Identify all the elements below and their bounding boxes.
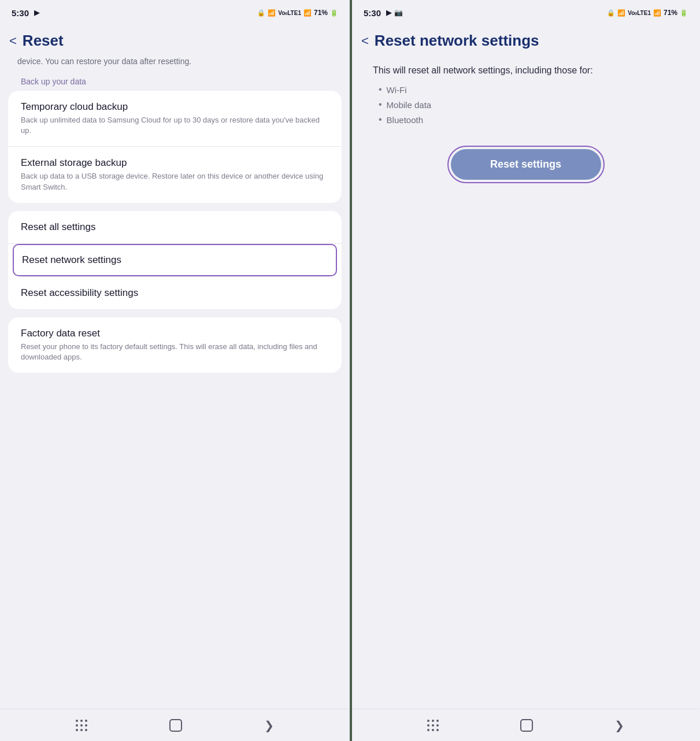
factory-data-reset-title: Factory data reset [21, 328, 329, 339]
right-content: This will reset all network settings, in… [352, 55, 699, 709]
wifi-label: Wi-Fi [387, 85, 407, 95]
right-status-bar: 5:30 ▶ 📷 🔒 📶 Vo₀LTE1 📶 71% 🔋 [352, 0, 699, 23]
right-bottom-nav: ❮ [352, 709, 699, 741]
reset-accessibility-settings-item[interactable]: Reset accessibility settings [8, 277, 342, 309]
reset-all-settings-item[interactable]: Reset all settings [8, 211, 342, 244]
external-storage-backup-desc: Back up data to a USB storage device. Re… [21, 171, 329, 192]
reset-btn-wrapper: Reset settings [360, 134, 691, 195]
right-panel: 5:30 ▶ 📷 🔒 📶 Vo₀LTE1 📶 71% 🔋 < Reset net… [350, 0, 699, 741]
backup-card: Temporary cloud backup Back up unlimited… [8, 91, 342, 203]
bluetooth-item: Bluetooth [379, 114, 679, 125]
left-panel: 5:30 ▶ 🔒 📶 Vo₀LTE1 📶 71% 🔋 < Reset devic… [0, 0, 350, 741]
right-location-icon: ▶ [386, 9, 391, 17]
external-storage-backup-title: External storage backup [21, 157, 329, 169]
left-nav-recents-icon[interactable] [76, 720, 87, 731]
right-signal-icon: Vo₀LTE1 [628, 10, 651, 16]
left-nav-back-icon[interactable]: ❮ [264, 718, 274, 732]
network-items-list: Wi-Fi Mobile data Bluetooth [373, 81, 679, 125]
left-nav-home-icon[interactable] [169, 719, 182, 732]
lock-icon: 🔒 [257, 9, 265, 17]
reset-all-settings-label: Reset all settings [21, 221, 329, 233]
left-page-title: Reset [23, 32, 64, 50]
left-status-time: 5:30 ▶ [12, 8, 39, 18]
mobile-data-label: Mobile data [387, 100, 432, 110]
factory-data-reset-item[interactable]: Factory data reset Reset your phone to i… [8, 317, 342, 373]
location-icon: ▶ [34, 9, 39, 17]
reset-btn-outer: Reset settings [447, 146, 605, 183]
right-status-icons: 🔒 📶 Vo₀LTE1 📶 71% 🔋 [607, 9, 688, 17]
left-content: device. You can restore your data after … [0, 55, 350, 709]
left-status-bar: 5:30 ▶ 🔒 📶 Vo₀LTE1 📶 71% 🔋 [0, 0, 350, 23]
right-battery-text: 71% [664, 9, 677, 17]
temp-cloud-backup-title: Temporary cloud backup [21, 101, 329, 113]
left-bottom-nav: ❮ [0, 709, 350, 741]
external-storage-backup-item[interactable]: External storage backup Back up data to … [8, 147, 342, 202]
left-header: < Reset [0, 23, 350, 55]
temp-cloud-backup-desc: Back up unlimited data to Samsung Cloud … [21, 115, 329, 136]
battery-text: 71% [314, 9, 328, 17]
wifi-icon: 📶 [268, 9, 276, 17]
right-wifi-icon: 📶 [617, 9, 625, 17]
right-nav-home-icon[interactable] [520, 719, 533, 732]
left-intro-text: device. You can restore your data after … [8, 55, 342, 73]
right-camera-icon: 📷 [394, 9, 403, 17]
mobile-data-item: Mobile data [379, 99, 679, 110]
reset-network-settings-label: Reset network settings [22, 254, 328, 266]
left-back-button[interactable]: < [9, 34, 17, 49]
right-bars-icon: 📶 [653, 9, 661, 17]
right-header: < Reset network settings [352, 23, 699, 55]
description-text: This will reset all network settings, in… [373, 64, 679, 77]
bluetooth-label: Bluetooth [387, 115, 423, 125]
right-battery-icon: 🔋 [680, 9, 688, 17]
reset-network-settings-item[interactable]: Reset network settings [13, 244, 337, 276]
description-block: This will reset all network settings, in… [360, 55, 691, 134]
right-lock-icon: 🔒 [607, 9, 615, 17]
right-page-title: Reset network settings [375, 32, 539, 50]
reset-options-card: Reset all settings Reset network setting… [8, 211, 342, 309]
factory-reset-card: Factory data reset Reset your phone to i… [8, 317, 342, 373]
right-nav-back-icon[interactable]: ❮ [614, 718, 624, 732]
factory-data-reset-desc: Reset your phone to its factory default … [21, 342, 329, 362]
reset-accessibility-settings-label: Reset accessibility settings [21, 287, 329, 299]
reset-settings-button[interactable]: Reset settings [451, 149, 601, 180]
left-status-icons: 🔒 📶 Vo₀LTE1 📶 71% 🔋 [257, 9, 338, 17]
temp-cloud-backup-item[interactable]: Temporary cloud backup Back up unlimited… [8, 91, 342, 147]
right-back-button[interactable]: < [361, 34, 369, 49]
right-nav-recents-icon[interactable] [427, 720, 439, 731]
bars-icon: 📶 [303, 9, 312, 17]
wifi-item: Wi-Fi [379, 84, 679, 95]
battery-icon: 🔋 [330, 9, 338, 17]
signal-icon: Vo₀LTE1 [278, 10, 301, 16]
section-label: Back up your data [8, 73, 342, 91]
right-status-time: 5:30 ▶ 📷 [364, 8, 403, 18]
